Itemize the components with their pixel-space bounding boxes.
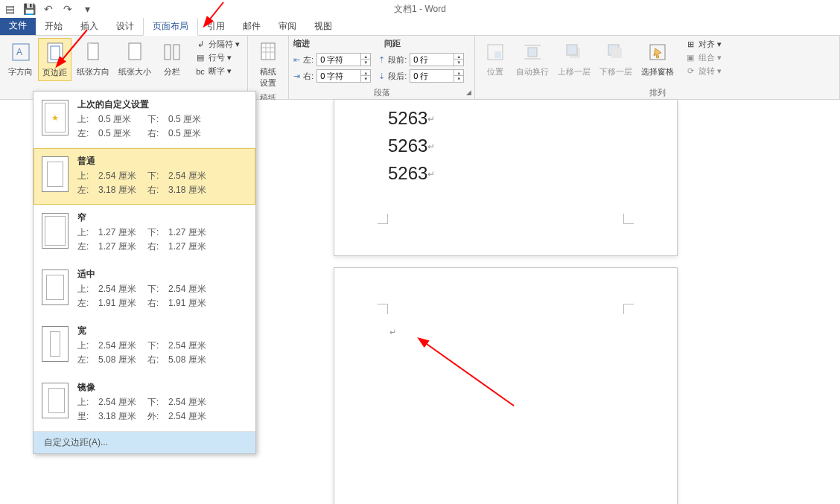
qat-redo-icon[interactable]: ↷ <box>60 1 76 16</box>
hyphenation-button[interactable]: bc断字 ▾ <box>192 65 243 77</box>
thumb-last-icon: ★ <box>42 100 69 135</box>
size-button[interactable]: 纸张大小 <box>115 38 155 80</box>
send-backward-button[interactable]: 下移一层 <box>596 38 636 80</box>
indent-right-icon: ⇥ <box>293 71 300 81</box>
forward-icon <box>562 40 586 64</box>
window-title: 文档1 - Word <box>394 3 446 16</box>
orientation-icon <box>81 40 105 64</box>
qat-undo-icon[interactable]: ↶ <box>40 1 57 16</box>
group-icon: ▣ <box>685 53 696 63</box>
svg-rect-8 <box>261 43 275 60</box>
wrap-icon <box>521 40 544 64</box>
margins-preset-normal[interactable]: 普通 上:2.54 厘米下:2.54 厘米 左:3.18 厘米右:3.18 厘米 <box>34 148 255 205</box>
selection-pane-icon <box>646 40 669 64</box>
tab-insert[interactable]: 插入 <box>71 18 107 35</box>
indent-right-input[interactable] <box>317 70 360 82</box>
group-arrange-label: 排列 <box>480 86 835 98</box>
group-arrange: 位置 自动换行 上移一层 下移一层 选择窗格 ⊞对齐 ▾ ▣组合 ▾ ⟳旋转 ▾… <box>475 36 840 99</box>
crop-mark-icon <box>623 214 634 224</box>
margins-dropdown: ★ 上次的自定义设置 上:0.5 厘米下:0.5 厘米 左:0.5 厘米右:0.… <box>33 91 256 454</box>
backward-icon <box>604 40 628 64</box>
tab-view[interactable]: 视图 <box>305 18 341 35</box>
indent-right-label: 右: <box>303 71 314 82</box>
text-direction-button[interactable]: A 字方向 <box>4 38 36 80</box>
align-icon: ⊞ <box>685 39 696 50</box>
position-button[interactable]: 位置 <box>480 38 511 80</box>
manuscript-settings-button[interactable]: 稿纸 设置 <box>252 38 284 91</box>
thumb-wide-icon <box>42 326 69 362</box>
margins-label: 页边距 <box>42 67 67 78</box>
spacing-before-spinner[interactable]: ▲▼ <box>410 53 464 66</box>
group-manuscript: 稿纸 设置 稿纸 <box>248 36 289 99</box>
tab-layout[interactable]: 页面布局 <box>143 17 198 36</box>
tab-review[interactable]: 审阅 <box>270 18 305 35</box>
svg-rect-14 <box>494 51 501 58</box>
svg-rect-6 <box>165 45 171 60</box>
quick-access-toolbar: ▤ 💾 ↶ ↷ ▾ <box>0 1 95 16</box>
indent-left-spinner[interactable]: ▲▼ <box>316 53 371 66</box>
indent-left-icon: ⇤ <box>293 55 300 65</box>
group-paragraph: 缩进 间距 ⇤ 左: ▲▼ ⇡ 段前: ▲▼ ⇥ 右: ▲▼ ⇣ 段后: ▲▼ … <box>289 36 475 99</box>
spacing-before-input[interactable] <box>410 54 454 66</box>
qat-save-icon[interactable]: 💾 <box>21 1 37 16</box>
indent-left-input[interactable] <box>317 54 360 66</box>
line-numbers-icon: ▤ <box>195 53 206 63</box>
margins-preset-wide[interactable]: 宽 上:2.54 厘米下:2.54 厘米 左:5.08 厘米右:5.08 厘米 <box>34 318 255 374</box>
line-numbers-button[interactable]: ▤行号 ▾ <box>192 51 243 64</box>
qat-customize-icon[interactable]: ▾ <box>79 1 95 16</box>
wrap-button[interactable]: 自动换行 <box>512 38 553 80</box>
indent-right-spinner[interactable]: ▲▼ <box>316 69 371 83</box>
tab-design[interactable]: 设计 <box>107 18 143 35</box>
orientation-button[interactable]: 纸张方向 <box>73 38 113 80</box>
thumb-narrow-icon <box>42 213 69 249</box>
margins-preset-narrow[interactable]: 窄 上:1.27 厘米下:1.27 厘米 左:1.27 厘米右:1.27 厘米 <box>34 205 255 261</box>
position-icon <box>483 40 507 64</box>
indent-left-label: 左: <box>303 54 314 66</box>
crop-mark-icon <box>623 304 634 314</box>
rotate-icon: ⟳ <box>685 66 696 77</box>
rotate-button[interactable]: ⟳旋转 ▾ <box>682 65 725 77</box>
svg-rect-21 <box>611 48 622 58</box>
columns-label: 分栏 <box>164 66 180 77</box>
tab-home[interactable]: 开始 <box>36 18 71 35</box>
hyphenation-icon: bc <box>195 66 206 77</box>
breaks-button[interactable]: ↲分隔符 ▾ <box>192 38 243 51</box>
margins-preset-last[interactable]: ★ 上次的自定义设置 上:0.5 厘米下:0.5 厘米 左:0.5 厘米右:0.… <box>34 92 255 148</box>
page-2[interactable]: ↵ <box>334 267 678 504</box>
tab-file[interactable]: 文件 <box>0 16 36 35</box>
selection-pane-button[interactable]: 选择窗格 <box>637 38 678 80</box>
spacing-after-input[interactable] <box>410 70 454 82</box>
tab-references[interactable]: 引用 <box>198 18 234 35</box>
svg-rect-4 <box>88 43 98 60</box>
align-button[interactable]: ⊞对齐 ▾ <box>682 38 725 51</box>
tab-mailings[interactable]: 邮件 <box>234 18 270 35</box>
svg-rect-7 <box>174 45 179 60</box>
group-page-setup: A 字方向 页边距 纸张方向 纸张大小 分栏 ↲分隔符 ▾ ▤行号 ▾ <box>0 36 248 99</box>
margins-icon <box>43 41 67 65</box>
columns-button[interactable]: 分栏 <box>156 38 188 80</box>
svg-rect-5 <box>129 43 141 60</box>
spacing-before-icon: ⇡ <box>378 55 385 65</box>
manuscript-icon <box>256 40 280 64</box>
qat-page-icon[interactable]: ▤ <box>1 1 18 16</box>
spacing-before-label: 段前: <box>388 54 407 66</box>
page-1[interactable]: 5263↵ 5263↵ 5263↵ <box>334 100 678 256</box>
group-button[interactable]: ▣组合 ▾ <box>682 51 725 64</box>
crop-mark-icon <box>378 214 388 224</box>
svg-rect-19 <box>567 45 577 55</box>
ribbon-tabs: 文件 开始 插入 设计 页面布局 引用 邮件 审阅 视图 <box>0 18 840 36</box>
title-bar: ▤ 💾 ↶ ↷ ▾ 文档1 - Word <box>0 0 840 18</box>
spacing-after-spinner[interactable]: ▲▼ <box>410 69 464 83</box>
document-body-text[interactable]: 5263↵ 5263↵ 5263↵ <box>334 100 677 188</box>
margins-preset-mirrored[interactable]: 镜像 上:2.54 厘米下:2.54 厘米 里:3.18 厘米外:2.54 厘米 <box>34 374 255 431</box>
margins-preset-moderate[interactable]: 适中 上:2.54 厘米下:2.54 厘米 左:1.91 厘米右:1.91 厘米 <box>34 261 255 318</box>
thumb-moderate-icon <box>42 269 69 305</box>
margins-button[interactable]: 页边距 <box>38 38 71 81</box>
size-icon <box>123 40 147 64</box>
columns-icon <box>160 40 184 64</box>
custom-margins-item[interactable]: 自定义边距(A)... <box>34 431 255 453</box>
bring-forward-button[interactable]: 上移一层 <box>554 38 594 80</box>
paragraph-dialog-launcher[interactable]: ◢ <box>464 89 473 98</box>
thumb-normal-icon <box>42 156 69 192</box>
paragraph-mark-icon: ↵ <box>389 328 396 337</box>
